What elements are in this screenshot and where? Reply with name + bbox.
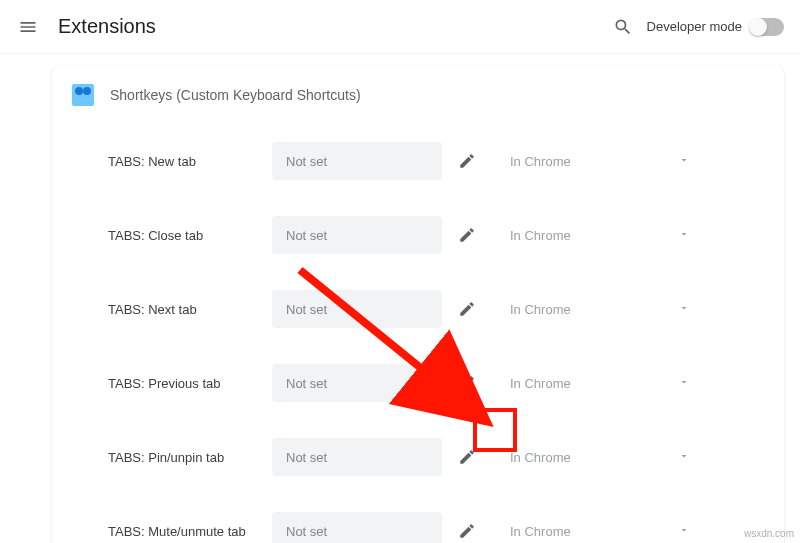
scope-label: In Chrome: [510, 450, 571, 465]
shortcut-input[interactable]: Not set: [272, 142, 442, 180]
extension-shortcuts-card: Shortkeys (Custom Keyboard Shortcuts) TA…: [52, 66, 784, 543]
developer-mode-toggle[interactable]: [750, 18, 784, 36]
menu-icon[interactable]: [16, 15, 40, 39]
edit-shortcut-button[interactable]: [449, 143, 485, 179]
shortcut-row: TABS: Previous tab Not set In Chrome: [72, 346, 764, 420]
page-title: Extensions: [58, 15, 611, 38]
chevron-down-icon: [678, 302, 690, 317]
shortcut-row: TABS: New tab Not set In Chrome: [72, 124, 764, 198]
shortcut-label: TABS: New tab: [72, 154, 272, 169]
developer-mode-label: Developer mode: [647, 19, 742, 34]
chevron-down-icon: [678, 154, 690, 169]
extension-name: Shortkeys (Custom Keyboard Shortcuts): [110, 87, 361, 103]
shortcut-input[interactable]: Not set: [272, 216, 442, 254]
search-icon[interactable]: [611, 15, 635, 39]
pencil-icon: [458, 300, 476, 318]
shortcut-label: TABS: Next tab: [72, 302, 272, 317]
scope-label: In Chrome: [510, 376, 571, 391]
chevron-down-icon: [678, 228, 690, 243]
shortcut-input[interactable]: Not set: [272, 512, 442, 543]
scope-dropdown[interactable]: In Chrome: [492, 228, 702, 243]
edit-shortcut-button[interactable]: [449, 439, 485, 475]
edit-shortcut-button[interactable]: [449, 217, 485, 253]
app-header: Extensions Developer mode: [0, 0, 800, 54]
shortcut-input[interactable]: Not set: [272, 364, 442, 402]
chevron-down-icon: [678, 524, 690, 539]
scope-dropdown[interactable]: In Chrome: [492, 154, 702, 169]
pencil-icon: [458, 226, 476, 244]
extension-icon: [72, 84, 94, 106]
scope-dropdown[interactable]: In Chrome: [492, 376, 702, 391]
scope-dropdown[interactable]: In Chrome: [492, 524, 702, 539]
pencil-icon: [458, 374, 476, 392]
edit-shortcut-button[interactable]: [449, 291, 485, 327]
pencil-icon: [458, 152, 476, 170]
scope-dropdown[interactable]: In Chrome: [492, 450, 702, 465]
chevron-down-icon: [678, 376, 690, 391]
scope-label: In Chrome: [510, 154, 571, 169]
shortcut-row: TABS: Close tab Not set In Chrome: [72, 198, 764, 272]
shortcut-row: TABS: Next tab Not set In Chrome: [72, 272, 764, 346]
chevron-down-icon: [678, 450, 690, 465]
shortcut-label: TABS: Previous tab: [72, 376, 272, 391]
scope-dropdown[interactable]: In Chrome: [492, 302, 702, 317]
edit-shortcut-button[interactable]: [449, 365, 485, 401]
shortcut-row: TABS: Mute/unmute tab Not set In Chrome: [72, 494, 764, 543]
shortcut-input[interactable]: Not set: [272, 290, 442, 328]
shortcut-label: TABS: Pin/unpin tab: [72, 450, 272, 465]
pencil-icon: [458, 522, 476, 540]
shortcut-label: TABS: Close tab: [72, 228, 272, 243]
watermark: wsxdn.com: [744, 528, 794, 539]
scope-label: In Chrome: [510, 302, 571, 317]
card-header: Shortkeys (Custom Keyboard Shortcuts): [72, 66, 764, 124]
scope-label: In Chrome: [510, 524, 571, 539]
scope-label: In Chrome: [510, 228, 571, 243]
pencil-icon: [458, 448, 476, 466]
shortcut-row: TABS: Pin/unpin tab Not set In Chrome: [72, 420, 764, 494]
edit-shortcut-button[interactable]: [449, 513, 485, 543]
shortcut-input[interactable]: Not set: [272, 438, 442, 476]
shortcut-label: TABS: Mute/unmute tab: [72, 524, 272, 539]
